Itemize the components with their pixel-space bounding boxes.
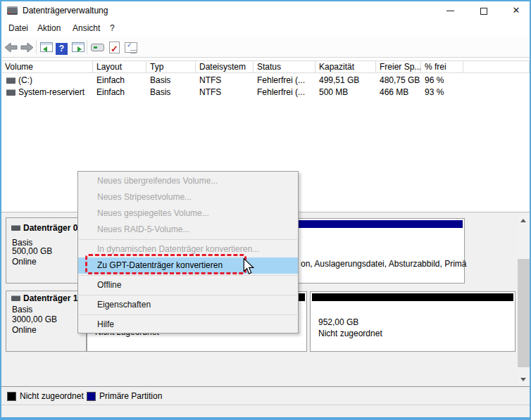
minimize-button[interactable] (438, 1, 462, 20)
cell-typ: Basis (146, 87, 196, 98)
menu-separator (79, 275, 297, 276)
show-action-pane-icon[interactable] (71, 40, 85, 54)
menu-item-help[interactable]: Hilfe (78, 317, 298, 333)
help-icon[interactable]: ? (56, 40, 70, 54)
vertical-scrollbar[interactable] (518, 215, 530, 386)
table-row-system-reserved[interactable]: System-reserviert Einfach Basis NTFS Feh… (1, 87, 530, 98)
cell-frei: 93 % (421, 87, 463, 98)
col-typ[interactable]: Typ (146, 61, 196, 72)
legend-label-unallocated: Nicht zugeordnet (20, 387, 84, 405)
legend-swatch-unallocated (7, 392, 16, 401)
scroll-down-icon[interactable] (518, 374, 530, 386)
volume-icon (6, 89, 15, 96)
cell-frei: 96 % (421, 75, 463, 87)
title-bar: Datenträgerverwaltung ✕ (1, 1, 530, 20)
col-layout[interactable]: Layout (93, 61, 146, 72)
legend-label-primary: Primäre Partition (99, 387, 162, 405)
maximize-button[interactable] (472, 1, 496, 20)
cell-kapazitaet: 500 MB (316, 87, 376, 98)
menu-datei[interactable]: Datei (8, 20, 28, 37)
cell-typ: Basis (146, 75, 196, 87)
menu-item-new-striped-volume: Neues Stripesetvolume... (78, 189, 298, 205)
cell-freier: 480,75 GB (376, 75, 421, 87)
volume-name: (C:) (18, 75, 32, 85)
menu-separator (79, 239, 297, 240)
disk0-name: Datenträger 0 (23, 223, 77, 233)
disk1-status: Online (12, 325, 37, 335)
col-kapazitaet[interactable]: Kapazität (316, 61, 376, 72)
menu-item-new-spanned-volume: Neues übergreifendes Volume... (78, 173, 298, 189)
volume-icon (6, 77, 15, 84)
table-row-c[interactable]: (C:) Einfach Basis NTFS Fehlerfrei (... … (1, 75, 530, 87)
cell-kapazitaet: 499,51 GB (316, 75, 376, 87)
minimize-icon (446, 11, 454, 11)
col-filler (463, 61, 530, 72)
popup-window-icon[interactable] (91, 40, 105, 54)
cell-layout: Einfach (93, 75, 146, 87)
toolbar-separator (36, 40, 37, 54)
context-menu: Neues übergreifendes Volume... Neues Str… (77, 171, 299, 333)
mouse-cursor-icon (243, 258, 255, 278)
legend-bar: Nicht zugeordnet Primäre Partition (1, 386, 530, 405)
scroll-up-icon[interactable] (518, 215, 530, 227)
disk1-label-box[interactable]: Datenträger 1 Basis 3000,00 GB Online (6, 291, 87, 352)
disk-icon (11, 225, 20, 231)
cell-freier: 466 MB (376, 87, 421, 98)
cell-dateisystem: NTFS (196, 87, 254, 98)
col-prozent-frei[interactable]: % frei (421, 61, 463, 72)
back-icon[interactable] (4, 40, 18, 54)
cell-status: Fehlerfrei (... (254, 75, 316, 87)
col-dateisystem[interactable]: Dateisystem (196, 61, 254, 72)
volume-name: System-reserviert (18, 87, 85, 97)
menu-ansicht[interactable]: Ansicht (73, 20, 100, 37)
menu-item-offline[interactable]: Offline (78, 277, 298, 293)
checklist-icon[interactable]: ✓ (124, 40, 138, 54)
menu-bar: Datei Aktion Ansicht ? (1, 20, 530, 37)
action-check-icon[interactable]: ✓ (108, 40, 122, 54)
disk-icon (11, 295, 20, 301)
volume-table-header: Volume Layout Typ Dateisystem Status Kap… (1, 61, 530, 73)
menu-item-properties[interactable]: Eigenschaften (78, 297, 298, 313)
disk-management-window: Datenträgerverwaltung ✕ Datei Aktion Ans… (0, 0, 531, 420)
disk0-partition-text: on, Auslagerungsdatei, Absturzabbild, Pr… (301, 259, 466, 269)
window-title: Datenträgerverwaltung (23, 1, 108, 20)
legend-swatch-primary (87, 392, 96, 401)
show-console-tree-icon[interactable] (39, 40, 54, 54)
cell-status: Fehlerfrei (... (254, 87, 316, 98)
col-volume[interactable]: Volume (1, 61, 93, 72)
cell-layout: Einfach (93, 87, 146, 98)
forward-icon[interactable] (20, 40, 34, 54)
maximize-icon (480, 8, 487, 15)
menu-help[interactable]: ? (110, 20, 115, 37)
menu-separator (79, 295, 297, 295)
disk0-status: Online (12, 257, 37, 267)
disk1-size: 3000,00 GB (12, 314, 57, 324)
red-dashed-annotation (85, 254, 246, 274)
scrollbar-thumb[interactable] (518, 259, 530, 367)
menu-separator (79, 314, 297, 315)
col-freier-speicher[interactable]: Freier Sp... (376, 61, 421, 72)
cell-dateisystem: NTFS (196, 75, 254, 87)
disk0-label-box[interactable]: Datenträger 0 Basis 500,00 GB Online (6, 217, 87, 284)
disk1-type: Basis (12, 305, 32, 314)
status-bar (1, 405, 530, 417)
menu-item-new-mirrored-volume: Neues gespiegeltes Volume... (78, 205, 298, 222)
disk1-right-size: 952,00 GB (318, 317, 358, 327)
app-icon (7, 6, 18, 15)
toolbar: ? ✓ ✓ (1, 37, 530, 58)
toolbar-separator (87, 40, 87, 54)
close-button[interactable]: ✕ (504, 1, 528, 20)
disk1-right-label: Nicht zugeordnet (318, 329, 382, 338)
unallocated-stripe (312, 293, 513, 301)
menu-aktion[interactable]: Aktion (37, 20, 61, 37)
disk1-unallocated-right[interactable]: 952,00 GB Nicht zugeordnet (310, 291, 516, 352)
disk0-size: 500,00 GB (12, 246, 52, 256)
disk1-name: Datenträger 1 (23, 293, 77, 303)
menu-item-new-raid5-volume: Neues RAID-5-Volume... (78, 222, 298, 238)
col-status[interactable]: Status (254, 61, 316, 72)
